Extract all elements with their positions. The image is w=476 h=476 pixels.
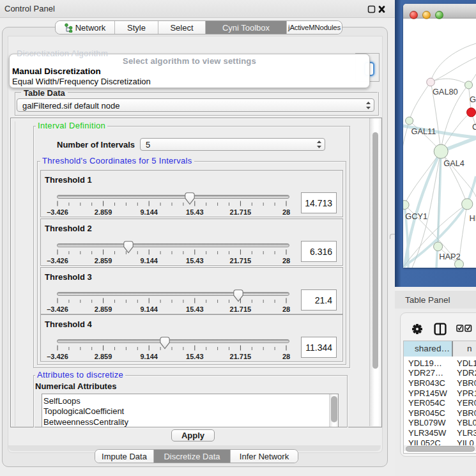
svg-text:GCY1: GCY1 [405,211,427,221]
svg-text:GAL11: GAL11 [411,127,436,136]
svg-text:HIS: HIS [470,213,476,223]
svg-text:GAL80: GAL80 [433,87,458,96]
svg-text:CR: CR [472,122,476,132]
svg-text:HAP2: HAP2 [439,252,460,261]
svg-text:GAL4: GAL4 [443,158,464,168]
svg-text:GAL: GAL [470,95,476,104]
